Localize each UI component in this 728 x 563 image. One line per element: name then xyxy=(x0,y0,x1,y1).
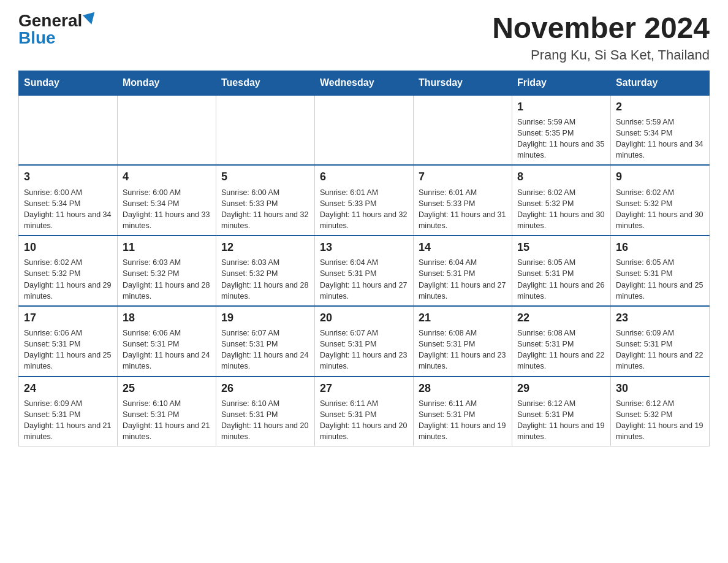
day-info: Sunrise: 6:00 AMSunset: 5:34 PMDaylight:… xyxy=(24,187,112,232)
calendar-day-cell: 28Sunrise: 6:11 AMSunset: 5:31 PMDayligh… xyxy=(413,377,512,446)
calendar-day-cell: 26Sunrise: 6:10 AMSunset: 5:31 PMDayligh… xyxy=(216,377,314,446)
day-info: Sunrise: 6:09 AMSunset: 5:31 PMDaylight:… xyxy=(24,398,112,443)
calendar-day-cell: 25Sunrise: 6:10 AMSunset: 5:31 PMDayligh… xyxy=(117,377,216,446)
day-info: Sunrise: 6:10 AMSunset: 5:31 PMDaylight:… xyxy=(221,398,309,443)
calendar-day-cell: 23Sunrise: 6:09 AMSunset: 5:31 PMDayligh… xyxy=(610,306,709,377)
calendar-day-cell xyxy=(117,95,216,166)
calendar-day-cell: 14Sunrise: 6:04 AMSunset: 5:31 PMDayligh… xyxy=(413,236,512,306)
calendar-day-cell: 27Sunrise: 6:11 AMSunset: 5:31 PMDayligh… xyxy=(314,377,413,446)
day-number: 5 xyxy=(221,169,309,185)
calendar-day-cell xyxy=(216,95,314,166)
day-number: 19 xyxy=(221,310,309,326)
day-info: Sunrise: 6:10 AMSunset: 5:31 PMDaylight:… xyxy=(123,398,211,443)
weekday-header-sunday: Sunday xyxy=(19,71,118,95)
day-info: Sunrise: 6:03 AMSunset: 5:32 PMDaylight:… xyxy=(123,257,211,302)
weekday-header-saturday: Saturday xyxy=(610,71,709,95)
day-number: 12 xyxy=(221,240,309,255)
day-number: 11 xyxy=(123,240,211,255)
day-info: Sunrise: 6:00 AMSunset: 5:34 PMDaylight:… xyxy=(123,187,211,232)
weekday-header-monday: Monday xyxy=(117,71,216,95)
calendar-day-cell: 8Sunrise: 6:02 AMSunset: 5:32 PMDaylight… xyxy=(512,165,610,236)
calendar-day-cell: 30Sunrise: 6:12 AMSunset: 5:32 PMDayligh… xyxy=(610,377,709,446)
day-info: Sunrise: 6:12 AMSunset: 5:31 PMDaylight:… xyxy=(517,398,605,443)
day-number: 27 xyxy=(320,381,408,396)
calendar-day-cell xyxy=(19,95,118,166)
calendar-day-cell: 4Sunrise: 6:00 AMSunset: 5:34 PMDaylight… xyxy=(117,165,216,236)
day-info: Sunrise: 5:59 AMSunset: 5:35 PMDaylight:… xyxy=(517,117,605,161)
month-title: November 2024 xyxy=(492,12,710,45)
day-info: Sunrise: 6:02 AMSunset: 5:32 PMDaylight:… xyxy=(24,257,112,302)
calendar-day-cell: 15Sunrise: 6:05 AMSunset: 5:31 PMDayligh… xyxy=(512,236,610,306)
calendar-table: SundayMondayTuesdayWednesdayThursdayFrid… xyxy=(18,71,710,446)
calendar-week-row: 10Sunrise: 6:02 AMSunset: 5:32 PMDayligh… xyxy=(19,236,710,306)
calendar-day-cell: 7Sunrise: 6:01 AMSunset: 5:33 PMDaylight… xyxy=(413,165,512,236)
day-number: 15 xyxy=(517,240,605,255)
day-info: Sunrise: 6:01 AMSunset: 5:33 PMDaylight:… xyxy=(320,187,408,232)
day-info: Sunrise: 6:03 AMSunset: 5:32 PMDaylight:… xyxy=(221,257,309,302)
calendar-body: 1Sunrise: 5:59 AMSunset: 5:35 PMDaylight… xyxy=(19,95,710,446)
day-number: 14 xyxy=(419,240,507,255)
weekday-header-thursday: Thursday xyxy=(413,71,512,95)
location-title: Prang Ku, Si Sa Ket, Thailand xyxy=(492,47,710,63)
day-info: Sunrise: 6:06 AMSunset: 5:31 PMDaylight:… xyxy=(123,327,211,372)
day-number: 13 xyxy=(320,240,408,255)
calendar-day-cell xyxy=(413,95,512,166)
calendar-week-row: 17Sunrise: 6:06 AMSunset: 5:31 PMDayligh… xyxy=(19,306,710,377)
calendar-day-cell: 19Sunrise: 6:07 AMSunset: 5:31 PMDayligh… xyxy=(216,306,314,377)
calendar-day-cell: 21Sunrise: 6:08 AMSunset: 5:31 PMDayligh… xyxy=(413,306,512,377)
weekday-header-friday: Friday xyxy=(512,71,610,95)
logo: General Blue xyxy=(18,12,96,48)
day-info: Sunrise: 6:11 AMSunset: 5:31 PMDaylight:… xyxy=(320,398,408,443)
day-info: Sunrise: 6:08 AMSunset: 5:31 PMDaylight:… xyxy=(419,327,507,372)
day-number: 7 xyxy=(419,169,507,185)
calendar-day-cell: 13Sunrise: 6:04 AMSunset: 5:31 PMDayligh… xyxy=(314,236,413,306)
day-info: Sunrise: 6:07 AMSunset: 5:31 PMDaylight:… xyxy=(221,327,309,372)
calendar-day-cell: 2Sunrise: 5:59 AMSunset: 5:34 PMDaylight… xyxy=(610,95,709,166)
day-number: 2 xyxy=(616,99,704,115)
calendar-day-cell: 20Sunrise: 6:07 AMSunset: 5:31 PMDayligh… xyxy=(314,306,413,377)
day-number: 4 xyxy=(123,169,211,185)
calendar-day-cell: 11Sunrise: 6:03 AMSunset: 5:32 PMDayligh… xyxy=(117,236,216,306)
day-number: 30 xyxy=(616,381,704,396)
weekday-header-row: SundayMondayTuesdayWednesdayThursdayFrid… xyxy=(19,71,710,95)
calendar-day-cell: 18Sunrise: 6:06 AMSunset: 5:31 PMDayligh… xyxy=(117,306,216,377)
weekday-header-wednesday: Wednesday xyxy=(314,71,413,95)
day-info: Sunrise: 6:02 AMSunset: 5:32 PMDaylight:… xyxy=(616,187,704,232)
calendar-day-cell: 17Sunrise: 6:06 AMSunset: 5:31 PMDayligh… xyxy=(19,306,118,377)
calendar-day-cell xyxy=(314,95,413,166)
calendar-day-cell: 6Sunrise: 6:01 AMSunset: 5:33 PMDaylight… xyxy=(314,165,413,236)
day-info: Sunrise: 6:11 AMSunset: 5:31 PMDaylight:… xyxy=(419,398,507,443)
logo-general-text: General xyxy=(18,12,82,29)
calendar-day-cell: 22Sunrise: 6:08 AMSunset: 5:31 PMDayligh… xyxy=(512,306,610,377)
logo-blue-text: Blue xyxy=(18,28,56,47)
day-number: 25 xyxy=(123,381,211,396)
calendar-day-cell: 9Sunrise: 6:02 AMSunset: 5:32 PMDaylight… xyxy=(610,165,709,236)
day-number: 22 xyxy=(517,310,605,326)
day-info: Sunrise: 6:07 AMSunset: 5:31 PMDaylight:… xyxy=(320,327,408,372)
day-number: 26 xyxy=(221,381,309,396)
page-header: General Blue November 2024 Prang Ku, Si … xyxy=(18,12,710,63)
day-info: Sunrise: 6:02 AMSunset: 5:32 PMDaylight:… xyxy=(517,187,605,232)
day-info: Sunrise: 6:04 AMSunset: 5:31 PMDaylight:… xyxy=(419,257,507,302)
day-number: 20 xyxy=(320,310,408,326)
day-number: 1 xyxy=(517,99,605,115)
day-info: Sunrise: 5:59 AMSunset: 5:34 PMDaylight:… xyxy=(616,117,704,161)
day-number: 9 xyxy=(616,169,704,185)
calendar-week-row: 3Sunrise: 6:00 AMSunset: 5:34 PMDaylight… xyxy=(19,165,710,236)
day-info: Sunrise: 6:05 AMSunset: 5:31 PMDaylight:… xyxy=(616,257,704,302)
day-number: 6 xyxy=(320,169,408,185)
day-info: Sunrise: 6:04 AMSunset: 5:31 PMDaylight:… xyxy=(320,257,408,302)
calendar-week-row: 24Sunrise: 6:09 AMSunset: 5:31 PMDayligh… xyxy=(19,377,710,446)
day-number: 23 xyxy=(616,310,704,326)
day-number: 17 xyxy=(24,310,112,326)
weekday-header-tuesday: Tuesday xyxy=(216,71,314,95)
day-number: 29 xyxy=(517,381,605,396)
day-info: Sunrise: 6:09 AMSunset: 5:31 PMDaylight:… xyxy=(616,327,704,372)
day-number: 8 xyxy=(517,169,605,185)
day-number: 16 xyxy=(616,240,704,255)
logo-triangle-icon xyxy=(83,12,97,26)
calendar-header: SundayMondayTuesdayWednesdayThursdayFrid… xyxy=(19,71,710,95)
calendar-week-row: 1Sunrise: 5:59 AMSunset: 5:35 PMDaylight… xyxy=(19,95,710,166)
day-number: 24 xyxy=(24,381,112,396)
day-number: 10 xyxy=(24,240,112,255)
